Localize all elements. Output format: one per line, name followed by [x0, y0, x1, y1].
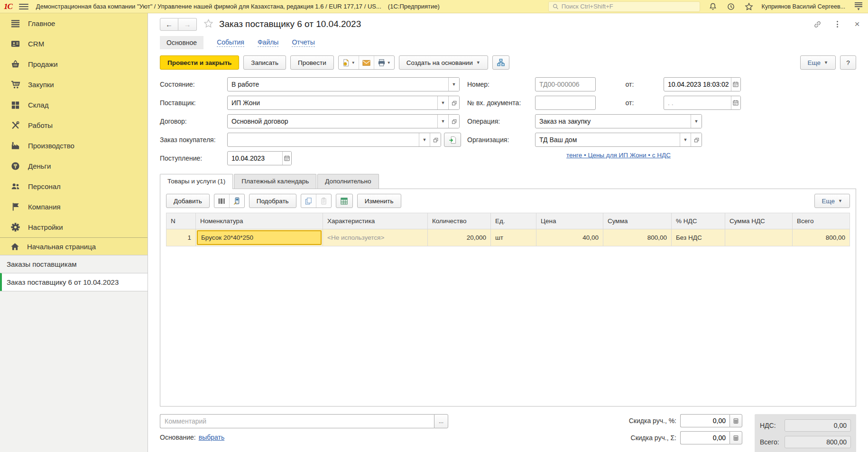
comment-expand-button[interactable]: ...: [434, 414, 448, 428]
current-user[interactable]: Куприянов Василий Сергеев...: [762, 3, 845, 10]
col-header-n[interactable]: N: [166, 213, 196, 229]
document-date-input[interactable]: [664, 78, 731, 91]
cell-unit[interactable]: шт: [491, 229, 536, 246]
sidebar-item-purchases[interactable]: Закупки: [0, 74, 148, 95]
main-menu-icon[interactable]: [19, 4, 28, 9]
send-email-button[interactable]: [359, 56, 374, 69]
attached-document-button[interactable]: ▼: [339, 56, 359, 69]
history-icon[interactable]: [726, 1, 736, 12]
operation-field[interactable]: Заказ на закупку ▼: [535, 114, 702, 128]
tab-main[interactable]: Основное: [160, 36, 203, 49]
col-header-vat-sum[interactable]: Сумма НДС: [725, 213, 793, 229]
cell-quantity[interactable]: 20,000: [428, 229, 491, 246]
supplier-field[interactable]: ИП Жони ▼: [227, 96, 460, 110]
open-icon[interactable]: [691, 133, 702, 146]
sidebar-item-main[interactable]: Главное: [0, 13, 148, 34]
sidebar-item-settings[interactable]: Настройки: [0, 217, 148, 237]
sidebar-item-crm[interactable]: CRM: [0, 34, 148, 54]
spreadsheet-view-button[interactable]: [336, 194, 353, 208]
cell-total[interactable]: 800,00: [793, 229, 850, 246]
print-button[interactable]: ▼: [374, 56, 394, 69]
notifications-bell-icon[interactable]: [708, 1, 718, 12]
copy-rows-button[interactable]: [301, 194, 316, 208]
dropdown-icon[interactable]: ▼: [691, 115, 702, 128]
organization-field[interactable]: ТД Ваш дом ▼: [535, 133, 702, 147]
close-icon[interactable]: ×: [852, 19, 862, 29]
col-header-price[interactable]: Цена: [536, 213, 603, 229]
fill-from-basis-button[interactable]: [444, 133, 461, 147]
open-icon[interactable]: [430, 133, 441, 146]
help-button[interactable]: ?: [840, 55, 856, 70]
data-terminal-button[interactable]: [230, 194, 244, 208]
cell-n[interactable]: 1: [166, 229, 196, 246]
receipt-date-field[interactable]: [227, 151, 292, 165]
comment-input[interactable]: [160, 414, 434, 428]
sidebar-item-money[interactable]: Деньги: [0, 156, 148, 176]
basis-select-link[interactable]: выбрать: [199, 434, 225, 441]
dropdown-icon[interactable]: ▼: [680, 133, 691, 146]
col-header-sum[interactable]: Сумма: [603, 213, 672, 229]
favorite-star-icon[interactable]: [203, 18, 213, 30]
cell-vat-rate[interactable]: Без НДС: [672, 229, 725, 246]
customer-order-field[interactable]: ▼: [227, 133, 441, 147]
post-and-close-button[interactable]: Провести и закрыть: [160, 55, 239, 70]
incoming-date-input[interactable]: [664, 96, 731, 109]
open-icon[interactable]: [448, 115, 459, 128]
window-tab-supplier-orders[interactable]: Заказы поставщикам: [0, 255, 148, 273]
col-header-quantity[interactable]: Количество: [428, 213, 491, 229]
window-tab-supplier-order-6[interactable]: Заказ поставщику 6 от 10.04.2023: [0, 273, 148, 291]
receipt-date-input[interactable]: [228, 152, 282, 165]
add-row-button[interactable]: Добавить: [166, 194, 210, 208]
pricing-settings-link[interactable]: тенге • Цены для ИП Жони • с НДС: [566, 152, 671, 159]
calendar-icon[interactable]: [731, 96, 740, 109]
col-header-unit[interactable]: Ед.: [491, 213, 536, 229]
sidebar-item-sales[interactable]: Продажи: [0, 54, 148, 74]
edit-row-button[interactable]: Изменить: [357, 194, 401, 208]
forward-button[interactable]: →: [178, 18, 197, 31]
post-button[interactable]: Провести: [290, 55, 334, 70]
col-header-total[interactable]: Всего: [793, 213, 850, 229]
cell-nomenclature-selected[interactable]: Брусок 20*40*250: [196, 229, 323, 246]
calculator-icon[interactable]: [729, 431, 742, 444]
search-input[interactable]: [562, 3, 696, 10]
table-row[interactable]: 1 Брусок 20*40*250 <Не используется> 20,…: [166, 229, 850, 246]
barcode-scan-button[interactable]: [214, 194, 230, 208]
open-icon[interactable]: [448, 96, 459, 109]
create-based-on-button[interactable]: Создать на основании▼: [399, 55, 488, 70]
dropdown-icon[interactable]: ▼: [437, 96, 448, 109]
dropdown-icon[interactable]: ▼: [437, 115, 448, 128]
cell-price[interactable]: 40,00: [536, 229, 603, 246]
tab-payment-calendar[interactable]: Платежный календарь: [234, 174, 316, 189]
discount-sum-input[interactable]: [680, 431, 729, 444]
sidebar-home-page[interactable]: Начальная страница: [0, 238, 148, 255]
favorites-star-icon[interactable]: [744, 1, 754, 12]
sidebar-item-personnel[interactable]: Персонал: [0, 176, 148, 197]
contract-field[interactable]: Основной договор ▼: [227, 114, 460, 128]
dropdown-icon[interactable]: ▼: [419, 133, 430, 146]
tab-events[interactable]: События: [217, 38, 244, 47]
col-header-characteristic[interactable]: Характеристика: [323, 213, 428, 229]
tab-goods-services[interactable]: Товары и услуги (1): [160, 174, 233, 189]
back-button[interactable]: ←: [160, 18, 178, 31]
number-input[interactable]: [536, 78, 595, 91]
incoming-number-field[interactable]: [535, 96, 596, 110]
dropdown-icon[interactable]: ▼: [448, 78, 459, 91]
discount-pct-input[interactable]: [680, 414, 729, 427]
sidebar-item-production[interactable]: Производство: [0, 136, 148, 156]
cell-vat-sum[interactable]: [725, 229, 793, 246]
calendar-icon[interactable]: [731, 78, 740, 91]
paste-rows-button[interactable]: [316, 194, 331, 208]
tab-files[interactable]: Файлы: [258, 38, 278, 47]
save-button[interactable]: Записать: [243, 55, 286, 70]
cell-sum[interactable]: 800,00: [603, 229, 672, 246]
col-header-vat-rate[interactable]: % НДС: [672, 213, 725, 229]
user-menu-icon[interactable]: ▼: [855, 2, 862, 10]
cell-characteristic[interactable]: <Не используется>: [323, 229, 428, 246]
pick-items-button[interactable]: Подобрать: [249, 194, 296, 208]
subordination-structure-button[interactable]: [492, 55, 509, 70]
tab-additional[interactable]: Дополнительно: [317, 174, 379, 189]
tab-reports[interactable]: Отчеты: [292, 38, 314, 47]
incoming-date-field[interactable]: [664, 96, 741, 110]
get-link-icon[interactable]: [812, 19, 822, 29]
col-header-nomenclature[interactable]: Номенклатура: [196, 213, 323, 229]
